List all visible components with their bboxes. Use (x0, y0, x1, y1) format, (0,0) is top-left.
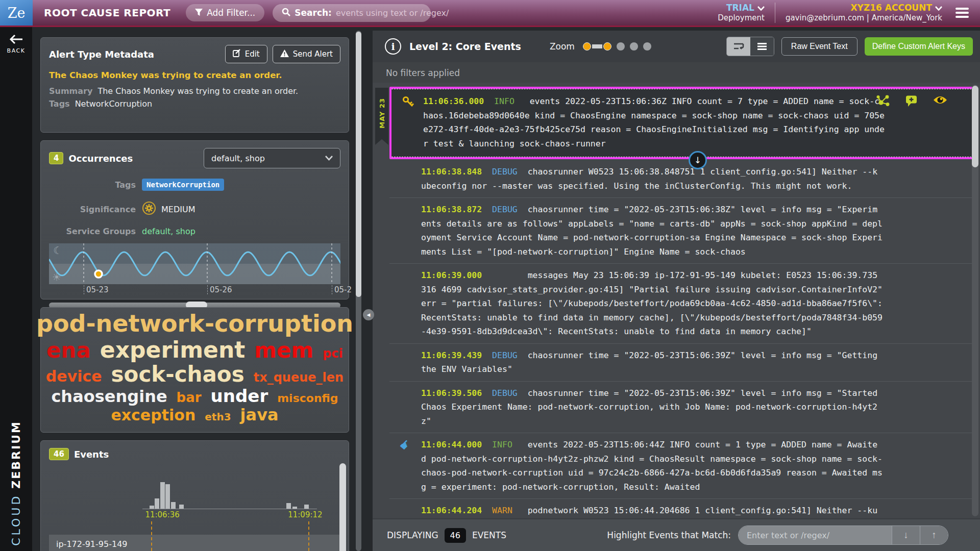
cloud-word[interactable]: bar (177, 390, 202, 405)
word-cloud-panel: pod-network-corruptionenaexperimentmempc… (40, 307, 349, 433)
log-level: DEBUG (492, 350, 528, 360)
add-filter-button[interactable]: Add Filter... (186, 4, 264, 21)
log-event-row[interactable]: 11:06:44.204 WARN podnetwork W0523 15:06… (389, 498, 972, 518)
tags-label: Tags (49, 180, 136, 190)
zoom-label: Zoom (550, 41, 575, 52)
cloud-word[interactable]: sock-chaos (111, 362, 244, 386)
log-event-icon-cell (389, 504, 421, 518)
highlight-input[interactable] (739, 526, 892, 544)
zoom-level-dot[interactable] (630, 42, 638, 51)
collapse-panel-handle[interactable]: ◀ (363, 309, 374, 320)
highlight-prev-button[interactable]: ↓ (892, 526, 920, 544)
host-row[interactable]: ip-172-91-95-149 (49, 535, 340, 551)
tags-value: NetworkCorruption (75, 99, 153, 109)
cloud-word[interactable]: chaosengine (51, 388, 167, 406)
log-timestamp: 11:06:39.000 (421, 270, 482, 280)
tag-badge[interactable]: NetworkCorruption (142, 179, 224, 191)
cloud-word[interactable]: pod-network-corruption (36, 311, 353, 337)
filter-funnel-icon (195, 8, 203, 18)
zoom-level-dot[interactable] (603, 42, 611, 51)
bottom-bar: DISPLAYING 46 EVENTS Highlight Events th… (373, 518, 980, 551)
back-button[interactable]: BACK (0, 34, 32, 54)
histogram-bar (179, 505, 184, 509)
list-view-button[interactable] (750, 37, 774, 56)
scrollbar-thumb[interactable] (356, 32, 361, 297)
log-timestamp: 11:06:39.439 (421, 350, 482, 360)
histogram-bar (155, 498, 159, 509)
log-event-text: 11:06:44.204 WARN podnetwork W0523 15:06… (421, 504, 883, 518)
cloud-word[interactable]: exception (111, 407, 195, 424)
left-column-scrollbar[interactable] (356, 31, 361, 551)
events-histogram[interactable] (49, 460, 340, 509)
log-timestamp: 11:06:38.872 (421, 205, 482, 214)
log-event-row[interactable]: 11:06:38.872 DEBUG chaosrunner time = "2… (389, 197, 972, 263)
events-panel: 46 Events 11:06:3611:09:12 ip-172-91-95-… (40, 440, 349, 551)
service-group-dropdown[interactable]: default, shop (204, 148, 340, 168)
cloud-word[interactable]: java (240, 406, 279, 424)
cloud-word[interactable]: pci (323, 347, 343, 361)
selected-event-box[interactable]: 11:06:36.000 INFO events 2022-05-23T15:0… (389, 87, 976, 159)
cloud-word[interactable]: ena (46, 338, 91, 362)
panel-scrollbar-thumb[interactable] (339, 463, 346, 551)
send-alert-button[interactable]: Send Alert (273, 45, 340, 63)
define-custom-alert-keys-button[interactable]: Define Custom Alert Keys (865, 37, 973, 56)
zoom-level-dot[interactable] (643, 42, 651, 51)
search-input[interactable]: Search: events using text or /regex/ (273, 4, 431, 22)
date-tab: MAY 23 (375, 88, 388, 145)
log-area: MAY 23 11:06:36.000 INFO events 2022-05-… (373, 83, 980, 518)
account-selector[interactable]: XYZ16 ACCOUNT gavin@zebrium.com | Americ… (786, 3, 942, 23)
search-placeholder: events using text or /regex/ (336, 8, 449, 18)
log-timestamp: 11:06:44.000 (421, 440, 482, 449)
edit-button[interactable]: Edit (225, 45, 267, 63)
log-timestamp: 11:06:36.000 (423, 96, 484, 106)
event-list-scrollbar[interactable] (972, 85, 978, 516)
report-sidebar: Alert Type Metadata Edit Send Alert The … (32, 27, 355, 551)
log-event-text: 11:06:39.506 DEBUG chaosrunner time = "2… (421, 386, 883, 429)
histogram-labels: 11:06:3611:09:12 (49, 509, 340, 521)
occurrence-timeline-chart[interactable]: ☾ ☀ (49, 243, 340, 284)
cloud-word[interactable]: experiment (100, 337, 245, 362)
view-mode-toggle (726, 37, 774, 56)
expand-selection-handle[interactable]: ↓ (689, 151, 707, 169)
topology-icon[interactable] (876, 95, 890, 109)
zoom-level-dot[interactable] (583, 42, 591, 51)
cloud-word[interactable]: device (46, 368, 102, 385)
log-event-row[interactable]: 11:06:39.000 messages May 23 15:06:39 ip… (389, 263, 972, 343)
highlight-next-button[interactable]: ↑ (920, 526, 948, 544)
service-groups-value: default, shop (142, 227, 195, 236)
cloud-word[interactable]: under (211, 386, 268, 406)
structured-view-button[interactable] (727, 37, 750, 56)
log-event-text: 11:06:38.872 DEBUG chaosrunner time = "2… (421, 203, 883, 259)
highlight-label: Highlight Events that Match: (607, 530, 731, 540)
timeline-tick-label: 05-26 (207, 285, 232, 294)
cloud-word[interactable]: tx_queue_len (254, 371, 344, 385)
log-level: INFO (492, 440, 528, 449)
zebrium-logo[interactable]: Ze (0, 0, 33, 26)
raw-event-text-button[interactable]: Raw Event Text (781, 37, 857, 56)
alert-metadata-panel: Alert Type Metadata Edit Send Alert The … (40, 37, 349, 133)
log-level: DEBUG (492, 205, 528, 214)
histogram-bar (171, 502, 176, 509)
deployment-selector[interactable]: TRIAL Deployment (718, 3, 765, 23)
log-event-text: 11:06:44.000 INFO events 2022-05-23T15:0… (421, 438, 883, 494)
occurrence-dashed-line (151, 521, 152, 551)
alert-triangle-icon (280, 49, 289, 59)
info-icon[interactable]: i (385, 38, 401, 55)
log-event-icon-cell (389, 203, 421, 259)
scrollbar-thumb[interactable] (972, 86, 978, 167)
log-event-row[interactable]: ☛11:06:44.000 INFO events 2022-05-23T15:… (389, 433, 972, 498)
filters-note: No filters applied (373, 62, 980, 83)
cloud-word[interactable]: misconfig (277, 392, 338, 405)
cloud-word[interactable]: mem (254, 338, 313, 362)
tags-label: Tags (49, 99, 70, 109)
zoom-level-dot[interactable] (617, 42, 625, 51)
annotate-add-icon[interactable] (905, 95, 918, 109)
log-event-row[interactable]: 11:06:39.506 DEBUG chaosrunner time = "2… (389, 381, 972, 433)
first-occurrence-hand-icon: ☛ (397, 437, 413, 453)
hamburger-menu-icon[interactable] (955, 6, 969, 20)
view-eye-icon[interactable] (933, 95, 947, 109)
log-event-row[interactable]: 11:06:39.439 DEBUG chaosrunner time = "2… (389, 343, 972, 381)
log-event-icon-cell (389, 348, 421, 377)
cloud-word[interactable]: eth3 (205, 411, 231, 422)
log-event-row[interactable]: 11:06:38.848 DEBUG chaosrunner W0523 15:… (389, 160, 972, 197)
